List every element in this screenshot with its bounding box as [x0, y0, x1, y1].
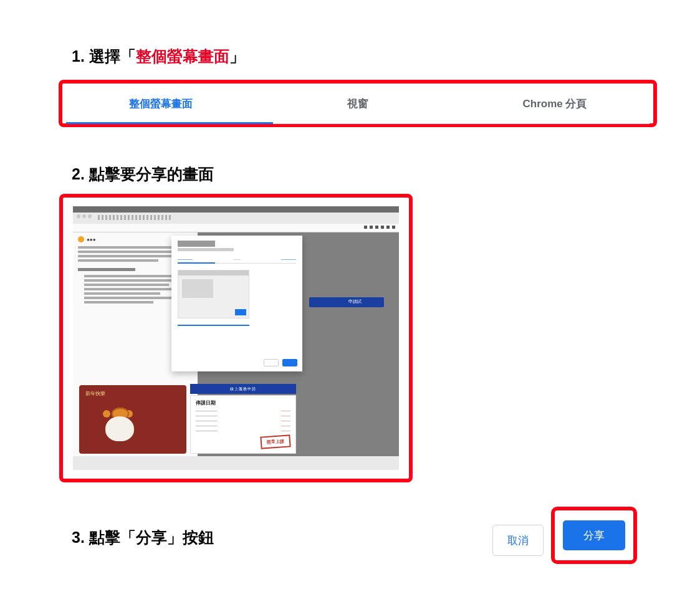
step-1-prefix: 1. 選擇「 [72, 47, 136, 65]
blue-strip-label: 線上服務申請 [190, 384, 296, 394]
share-button-label: 分享 [583, 528, 605, 543]
dialog-footer [264, 359, 297, 366]
subheading-stub [78, 268, 135, 271]
share-button[interactable]: 分享 [563, 520, 625, 550]
step-1-heading: 1. 選擇「整個螢幕畫面」 [72, 46, 245, 67]
menubar-stub [73, 206, 399, 213]
dialog-action-row: 取消 分享 [492, 517, 637, 564]
dialog-tab-active-stub: ———— [178, 257, 193, 261]
dialog-cancel-stub [264, 359, 279, 366]
nested-share-dialog: ———— —— ———— [171, 236, 302, 371]
browser-toolbar-stub [73, 224, 399, 232]
step-2-heading: 2. 點擊要分享的畫面 [72, 164, 214, 184]
dialog-tab-3-stub: ———— [281, 257, 296, 261]
tab-chrome-tab-label: Chrome 分頁 [523, 97, 587, 111]
dialog-subtitle-stub [178, 248, 234, 251]
dialog-tab-underline [178, 262, 215, 264]
dialog-tabs-stub: ———— —— ———— [178, 255, 296, 264]
dialog-screen-thumb [178, 270, 249, 318]
logo-text-stub: ●●● [87, 237, 96, 242]
page-footer-stub [73, 456, 399, 470]
dialog-title-stub [178, 241, 215, 247]
share-button-highlight: 分享 [551, 507, 637, 564]
toolbar-icons-stub [364, 226, 395, 229]
logo-icon [78, 236, 84, 242]
tab-window[interactable]: 視窗 [259, 84, 456, 123]
notice-title: 停課日期 [196, 399, 290, 406]
tab-entire-screen[interactable]: 整個螢幕畫面 [62, 84, 259, 123]
screen-thumbnail[interactable]: ●●● 申請試 ———— —— [73, 206, 399, 470]
share-tabs-container: 整個螢幕畫面 視窗 Chrome 分頁 [59, 80, 657, 127]
notice-stamp: 照常上課 [260, 434, 290, 449]
page-backdrop: ●●● 申請試 ———— —— [73, 232, 399, 470]
new-year-greeting: 新年快樂 [85, 390, 105, 397]
step-1-suffix: 」 [229, 47, 245, 65]
traffic-lights-icon [77, 214, 92, 218]
dialog-tab-2-stub: —— [233, 257, 241, 261]
cta-button-stub [309, 297, 384, 307]
screen-preview-highlight: ●●● 申請試 ———— —— [59, 194, 413, 482]
tab-window-label: 視窗 [347, 97, 368, 111]
new-year-card: 新年快樂 [79, 385, 186, 454]
tab-chrome-tab[interactable]: Chrome 分頁 [456, 84, 653, 123]
tab-entire-screen-label: 整個螢幕畫面 [129, 97, 193, 111]
mascot-illustration [98, 405, 141, 449]
dialog-share-stub [282, 359, 297, 366]
cancel-button-label: 取消 [507, 533, 529, 548]
page-bottom-cards: 新年快樂 線上服務申請 停課日期 —————————— —————————— —… [73, 383, 399, 470]
notice-card: 停課日期 —————————— —————————— —————————— ——… [190, 395, 296, 454]
cta-button-label: 申請試 [348, 299, 362, 305]
tab-title-stub [98, 215, 173, 220]
step-1-highlight: 整個螢幕畫面 [136, 47, 229, 65]
dialog-thumb-selected-bar [178, 325, 249, 326]
step-3-heading: 3. 點擊「分享」按鈕 [72, 527, 214, 548]
cancel-button[interactable]: 取消 [492, 525, 544, 556]
